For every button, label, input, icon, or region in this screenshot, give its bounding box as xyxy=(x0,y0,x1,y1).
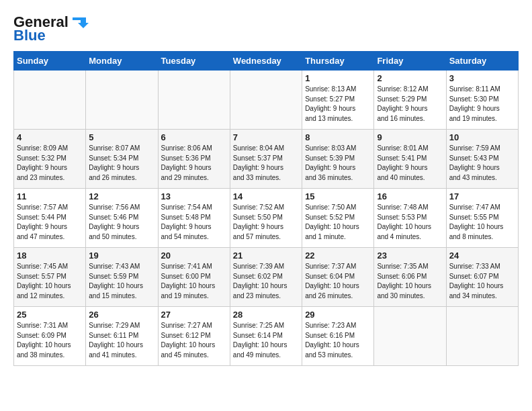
logo-arrow-icon xyxy=(70,15,89,30)
day-number: 2 xyxy=(377,73,443,83)
day-info: Sunrise: 7:47 AM Sunset: 5:55 PM Dayligh… xyxy=(449,203,515,242)
day-info: Sunrise: 8:04 AM Sunset: 5:37 PM Dayligh… xyxy=(233,144,299,183)
day-info: Sunrise: 8:07 AM Sunset: 5:34 PM Dayligh… xyxy=(89,144,154,183)
logo: General Blue xyxy=(13,13,89,44)
day-number: 9 xyxy=(377,132,443,142)
calendar-day-cell: 11Sunrise: 7:57 AM Sunset: 5:44 PM Dayli… xyxy=(14,189,86,248)
day-number: 25 xyxy=(17,310,83,320)
empty-day-cell xyxy=(158,71,230,130)
calendar-day-cell: 26Sunrise: 7:29 AM Sunset: 6:11 PM Dayli… xyxy=(86,307,158,366)
logo-blue: Blue xyxy=(13,27,46,44)
calendar-day-cell: 17Sunrise: 7:47 AM Sunset: 5:55 PM Dayli… xyxy=(446,189,518,248)
day-info: Sunrise: 7:35 AM Sunset: 6:06 PM Dayligh… xyxy=(377,262,443,301)
calendar-week-row: 4Sunrise: 8:09 AM Sunset: 5:32 PM Daylig… xyxy=(14,130,519,189)
day-number: 7 xyxy=(233,132,299,142)
day-info: Sunrise: 7:56 AM Sunset: 5:46 PM Dayligh… xyxy=(89,203,154,242)
day-info: Sunrise: 8:09 AM Sunset: 5:32 PM Dayligh… xyxy=(17,144,83,183)
day-info: Sunrise: 8:01 AM Sunset: 5:41 PM Dayligh… xyxy=(377,144,443,183)
day-number: 21 xyxy=(233,250,299,261)
calendar-day-cell: 19Sunrise: 7:43 AM Sunset: 5:59 PM Dayli… xyxy=(86,248,158,307)
empty-day-cell xyxy=(230,71,302,130)
col-header-friday: Friday xyxy=(374,52,446,71)
day-info: Sunrise: 7:48 AM Sunset: 5:53 PM Dayligh… xyxy=(377,203,443,242)
col-header-monday: Monday xyxy=(86,52,158,71)
day-info: Sunrise: 7:43 AM Sunset: 5:59 PM Dayligh… xyxy=(89,262,154,301)
calendar-day-cell: 20Sunrise: 7:41 AM Sunset: 6:00 PM Dayli… xyxy=(158,248,230,307)
day-number: 1 xyxy=(305,73,371,83)
day-number: 12 xyxy=(89,191,154,201)
calendar-day-cell: 23Sunrise: 7:35 AM Sunset: 6:06 PM Dayli… xyxy=(374,248,446,307)
calendar-day-cell: 2Sunrise: 8:12 AM Sunset: 5:29 PM Daylig… xyxy=(374,71,446,130)
day-info: Sunrise: 7:31 AM Sunset: 6:09 PM Dayligh… xyxy=(17,321,83,360)
day-number: 5 xyxy=(89,132,154,142)
day-info: Sunrise: 8:13 AM Sunset: 5:27 PM Dayligh… xyxy=(305,85,371,124)
calendar-day-cell: 15Sunrise: 7:50 AM Sunset: 5:52 PM Dayli… xyxy=(302,189,374,248)
day-number: 28 xyxy=(233,310,299,320)
calendar-week-row: 25Sunrise: 7:31 AM Sunset: 6:09 PM Dayli… xyxy=(14,307,519,366)
day-number: 22 xyxy=(305,250,371,261)
day-info: Sunrise: 7:33 AM Sunset: 6:07 PM Dayligh… xyxy=(449,262,515,301)
day-info: Sunrise: 8:06 AM Sunset: 5:36 PM Dayligh… xyxy=(161,144,227,183)
day-number: 29 xyxy=(305,310,371,320)
calendar-day-cell: 24Sunrise: 7:33 AM Sunset: 6:07 PM Dayli… xyxy=(446,248,518,307)
day-number: 26 xyxy=(89,310,154,320)
day-info: Sunrise: 7:23 AM Sunset: 6:16 PM Dayligh… xyxy=(305,321,371,360)
calendar-day-cell: 9Sunrise: 8:01 AM Sunset: 5:41 PM Daylig… xyxy=(374,130,446,189)
calendar-day-cell: 5Sunrise: 8:07 AM Sunset: 5:34 PM Daylig… xyxy=(86,130,158,189)
calendar-header-row: SundayMondayTuesdayWednesdayThursdayFrid… xyxy=(14,52,519,71)
empty-day-cell xyxy=(374,307,446,366)
day-number: 14 xyxy=(233,191,299,201)
day-number: 23 xyxy=(377,250,443,261)
day-info: Sunrise: 7:29 AM Sunset: 6:11 PM Dayligh… xyxy=(89,321,154,360)
col-header-tuesday: Tuesday xyxy=(158,52,230,71)
calendar-day-cell: 28Sunrise: 7:25 AM Sunset: 6:14 PM Dayli… xyxy=(230,307,302,366)
day-info: Sunrise: 7:27 AM Sunset: 6:12 PM Dayligh… xyxy=(161,321,227,360)
day-info: Sunrise: 7:45 AM Sunset: 5:57 PM Dayligh… xyxy=(17,262,83,301)
calendar-day-cell: 3Sunrise: 8:11 AM Sunset: 5:30 PM Daylig… xyxy=(446,71,518,130)
page-header: General Blue xyxy=(13,13,519,44)
col-header-sunday: Sunday xyxy=(14,52,86,71)
calendar-week-row: 11Sunrise: 7:57 AM Sunset: 5:44 PM Dayli… xyxy=(14,189,519,248)
day-number: 19 xyxy=(89,250,154,261)
calendar-day-cell: 16Sunrise: 7:48 AM Sunset: 5:53 PM Dayli… xyxy=(374,189,446,248)
day-number: 24 xyxy=(449,250,515,261)
calendar-week-row: 1Sunrise: 8:13 AM Sunset: 5:27 PM Daylig… xyxy=(14,71,519,130)
calendar-day-cell: 27Sunrise: 7:27 AM Sunset: 6:12 PM Dayli… xyxy=(158,307,230,366)
day-number: 11 xyxy=(17,191,83,201)
svg-marker-0 xyxy=(73,17,89,28)
day-info: Sunrise: 7:52 AM Sunset: 5:50 PM Dayligh… xyxy=(233,203,299,242)
day-info: Sunrise: 8:12 AM Sunset: 5:29 PM Dayligh… xyxy=(377,85,443,124)
calendar-day-cell: 12Sunrise: 7:56 AM Sunset: 5:46 PM Dayli… xyxy=(86,189,158,248)
day-number: 15 xyxy=(305,191,371,201)
day-info: Sunrise: 7:39 AM Sunset: 6:02 PM Dayligh… xyxy=(233,262,299,301)
calendar-day-cell: 29Sunrise: 7:23 AM Sunset: 6:16 PM Dayli… xyxy=(302,307,374,366)
day-number: 27 xyxy=(161,310,227,320)
day-number: 6 xyxy=(161,132,227,142)
day-info: Sunrise: 7:59 AM Sunset: 5:43 PM Dayligh… xyxy=(449,144,515,183)
empty-day-cell xyxy=(86,71,158,130)
calendar-day-cell: 13Sunrise: 7:54 AM Sunset: 5:48 PM Dayli… xyxy=(158,189,230,248)
day-number: 18 xyxy=(17,250,83,261)
calendar-week-row: 18Sunrise: 7:45 AM Sunset: 5:57 PM Dayli… xyxy=(14,248,519,307)
calendar-day-cell: 10Sunrise: 7:59 AM Sunset: 5:43 PM Dayli… xyxy=(446,130,518,189)
day-info: Sunrise: 7:54 AM Sunset: 5:48 PM Dayligh… xyxy=(161,203,227,242)
day-number: 4 xyxy=(17,132,83,142)
day-number: 8 xyxy=(305,132,371,142)
calendar-day-cell: 6Sunrise: 8:06 AM Sunset: 5:36 PM Daylig… xyxy=(158,130,230,189)
calendar-day-cell: 4Sunrise: 8:09 AM Sunset: 5:32 PM Daylig… xyxy=(14,130,86,189)
calendar-table: SundayMondayTuesdayWednesdayThursdayFrid… xyxy=(13,51,519,366)
day-info: Sunrise: 8:11 AM Sunset: 5:30 PM Dayligh… xyxy=(449,85,515,124)
empty-day-cell xyxy=(446,307,518,366)
day-info: Sunrise: 7:41 AM Sunset: 6:00 PM Dayligh… xyxy=(161,262,227,301)
day-number: 20 xyxy=(161,250,227,261)
calendar-day-cell: 14Sunrise: 7:52 AM Sunset: 5:50 PM Dayli… xyxy=(230,189,302,248)
day-number: 13 xyxy=(161,191,227,201)
day-info: Sunrise: 7:50 AM Sunset: 5:52 PM Dayligh… xyxy=(305,203,371,242)
day-info: Sunrise: 8:03 AM Sunset: 5:39 PM Dayligh… xyxy=(305,144,371,183)
day-info: Sunrise: 7:25 AM Sunset: 6:14 PM Dayligh… xyxy=(233,321,299,360)
day-number: 17 xyxy=(449,191,515,201)
calendar-day-cell: 21Sunrise: 7:39 AM Sunset: 6:02 PM Dayli… xyxy=(230,248,302,307)
calendar-day-cell: 1Sunrise: 8:13 AM Sunset: 5:27 PM Daylig… xyxy=(302,71,374,130)
col-header-wednesday: Wednesday xyxy=(230,52,302,71)
calendar-day-cell: 25Sunrise: 7:31 AM Sunset: 6:09 PM Dayli… xyxy=(14,307,86,366)
